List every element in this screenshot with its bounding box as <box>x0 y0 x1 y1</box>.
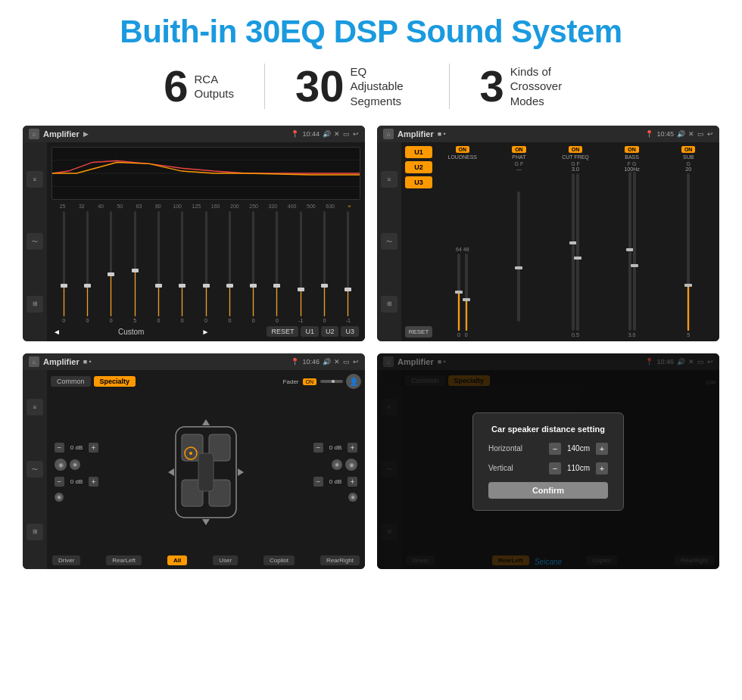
eq-thumb-1[interactable] <box>84 284 91 288</box>
eq-u1-btn[interactable]: U1 <box>301 326 319 337</box>
amp-rect-icon[interactable]: ▭ <box>697 130 704 138</box>
eq-thumb-10[interactable] <box>298 288 304 291</box>
amp-sidebar-btn-3[interactable]: ⊞ <box>381 296 398 313</box>
eq-sidebar-btn-3[interactable]: ⊞ <box>26 296 43 313</box>
amp-cf-thumb2[interactable] <box>574 257 581 260</box>
fader-thumb[interactable] <box>332 380 335 383</box>
eq-track-6[interactable] <box>205 211 207 316</box>
eq-track-4[interactable] <box>157 211 160 316</box>
amp-bass-track1[interactable] <box>628 172 631 331</box>
eq-u2-btn[interactable]: U2 <box>321 326 339 337</box>
eq-reset-btn[interactable]: RESET <box>267 326 298 337</box>
fader-rect-icon[interactable]: ▭ <box>343 358 350 366</box>
amp-phat-track[interactable] <box>517 191 520 322</box>
eq-thumb-6[interactable] <box>203 284 210 288</box>
amp-loudness-track1[interactable] <box>457 254 460 331</box>
amp-loudness-thumb1[interactable] <box>455 291 463 294</box>
fader-sidebar-btn-2[interactable]: 〜 <box>26 461 43 478</box>
eq-sidebar-btn-1[interactable]: ≡ <box>26 171 43 188</box>
vol-minus-lb[interactable]: − <box>55 477 64 487</box>
eq-track-8[interactable] <box>252 211 254 316</box>
eq-prev-btn[interactable]: ◄ <box>53 328 61 336</box>
amp-u1-btn[interactable]: U1 <box>405 146 432 158</box>
person-icon[interactable]: 👤 <box>346 374 361 389</box>
amp-sidebar-btn-2[interactable]: 〜 <box>381 233 398 250</box>
freq-arrow[interactable]: » <box>340 204 359 209</box>
eq-track-0[interactable] <box>63 211 65 316</box>
fader-back-icon[interactable]: ↩ <box>353 358 359 366</box>
vol-plus-rt[interactable]: + <box>348 443 357 453</box>
eq-track-3[interactable] <box>134 211 136 316</box>
fader-sidebar-btn-1[interactable]: ≡ <box>26 399 43 415</box>
dialog-confirm-btn[interactable]: Confirm <box>488 482 608 499</box>
eq-sidebar-btn-2[interactable]: 〜 <box>26 233 43 250</box>
btn-driver[interactable]: Driver <box>52 555 80 565</box>
btn-rearright[interactable]: RearRight <box>320 555 360 565</box>
eq-track-5[interactable] <box>181 211 183 316</box>
amp-on-loudness[interactable]: ON <box>456 146 470 153</box>
vol-plus-rb[interactable]: + <box>348 477 357 487</box>
vol-minus-rb[interactable]: − <box>313 477 323 487</box>
amp-back-icon[interactable]: ↩ <box>707 130 713 138</box>
fader-on-badge[interactable]: ON <box>303 378 317 385</box>
amp-u2-btn[interactable]: U2 <box>405 161 432 173</box>
eq-thumb-2[interactable] <box>108 272 114 276</box>
tab-specialty[interactable]: Specialty <box>94 376 136 387</box>
eq-track-1[interactable] <box>86 211 89 316</box>
eq-track-12[interactable] <box>347 211 349 316</box>
amp-sidebar-btn-1[interactable]: ≡ <box>381 171 398 188</box>
amp-reset-btn[interactable]: RESET <box>405 326 432 338</box>
eq-u3-btn[interactable]: U3 <box>341 326 359 337</box>
eq-thumb-7[interactable] <box>226 284 233 288</box>
btn-copilot[interactable]: Copilot <box>263 555 295 565</box>
eq-track-7[interactable] <box>229 211 231 316</box>
amp-on-cutfreq[interactable]: ON <box>569 146 583 153</box>
eq-thumb-5[interactable] <box>179 284 186 288</box>
btn-all[interactable]: All <box>167 555 187 565</box>
tab-common[interactable]: Common <box>51 376 91 387</box>
amp-sub-thumb[interactable] <box>684 284 692 287</box>
amp-loudness-thumb2[interactable] <box>463 298 470 301</box>
eq-thumb-9[interactable] <box>273 284 280 288</box>
eq-back-icon[interactable]: ↩ <box>353 130 359 138</box>
btn-rearleft[interactable]: RearLeft <box>106 555 142 565</box>
vol-plus-lb[interactable]: + <box>89 477 98 487</box>
amp-phat-thumb[interactable] <box>515 266 522 269</box>
amp-on-bass[interactable]: ON <box>625 146 639 153</box>
eq-track-2[interactable] <box>110 211 112 316</box>
btn-user[interactable]: User <box>213 555 238 565</box>
amp-cf-track1[interactable] <box>572 173 575 331</box>
amp-bass-track2[interactable] <box>633 172 636 331</box>
fader-home-icon[interactable]: ⌂ <box>29 356 39 367</box>
vol-plus-lt[interactable]: + <box>89 443 98 453</box>
amp-sub-track[interactable] <box>687 173 690 331</box>
fader-x-icon[interactable]: ✕ <box>334 358 340 366</box>
amp-on-phat[interactable]: ON <box>512 146 526 153</box>
amp-x-icon[interactable]: ✕ <box>688 130 694 138</box>
amp-on-sub[interactable]: ON <box>681 146 696 153</box>
dialog-vertical-plus[interactable]: + <box>596 462 608 474</box>
eq-thumb-11[interactable] <box>321 284 328 288</box>
eq-thumb-3[interactable] <box>132 269 139 272</box>
eq-x-icon[interactable]: ✕ <box>334 130 340 138</box>
eq-thumb-12[interactable] <box>344 288 351 291</box>
vol-minus-lt[interactable]: − <box>55 443 64 453</box>
eq-track-10[interactable] <box>300 211 302 316</box>
dialog-horizontal-plus[interactable]: + <box>596 443 608 455</box>
vol-minus-rt[interactable]: − <box>313 443 323 453</box>
dialog-vertical-minus[interactable]: − <box>549 462 561 474</box>
dialog-horizontal-minus[interactable]: − <box>549 443 561 455</box>
amp-loudness-track2[interactable] <box>465 254 468 331</box>
eq-thumb-0[interactable] <box>61 284 67 288</box>
fader-track[interactable] <box>320 380 343 383</box>
eq-thumb-4[interactable] <box>155 284 162 288</box>
eq-track-11[interactable] <box>323 211 326 316</box>
fader-sidebar-btn-3[interactable]: ⊞ <box>26 524 43 540</box>
home-icon[interactable]: ⌂ <box>29 129 39 139</box>
amp-cf-track2[interactable] <box>576 173 579 331</box>
amp-bass-thumb2[interactable] <box>631 264 638 267</box>
eq-rect-icon[interactable]: ▭ <box>343 130 350 138</box>
eq-next-btn[interactable]: ► <box>201 328 209 336</box>
eq-track-9[interactable] <box>276 211 278 316</box>
amp-u3-btn[interactable]: U3 <box>405 176 432 188</box>
